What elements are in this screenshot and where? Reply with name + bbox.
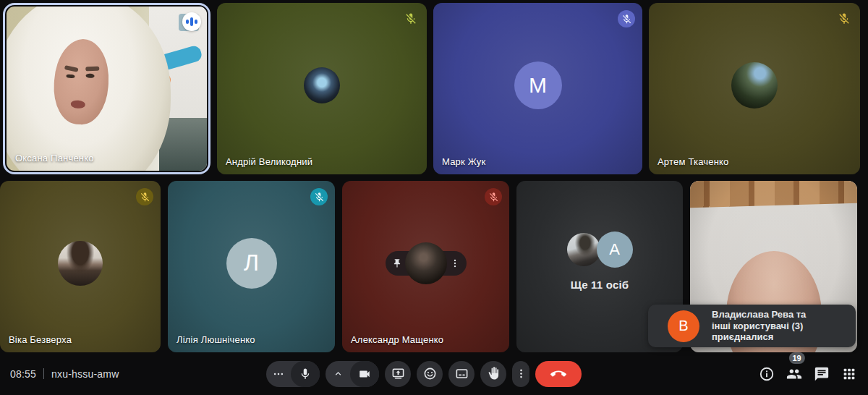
camera-control-group: [326, 361, 379, 387]
overflow-avatars: А: [567, 232, 633, 268]
participants-count-badge: 19: [788, 352, 804, 364]
toast-message: Владислава Рева та інші користувачі (3) …: [712, 309, 826, 343]
hand-icon: [487, 367, 501, 381]
more-options-button[interactable]: [512, 361, 529, 387]
avatar-photo: [304, 67, 340, 103]
raise-hand-button[interactable]: [480, 361, 506, 387]
mic-options-button[interactable]: [266, 361, 291, 387]
decor-shape: [86, 74, 95, 79]
mic-off-icon: [485, 188, 502, 205]
activities-button[interactable]: [840, 365, 858, 383]
present-screen-icon: [391, 367, 405, 381]
vertical-dots-icon: [515, 368, 527, 380]
participant-tile-vika-bezverkha[interactable]: Віка Безверха: [0, 181, 161, 352]
audio-bar: [195, 20, 197, 24]
video-grid-top-row: Оксана Панченко Андрій Великодний М Марк…: [3, 3, 860, 174]
avatar-initial: А: [597, 232, 633, 268]
participant-name: Марк Жук: [442, 156, 485, 167]
decor-shape: [67, 75, 75, 80]
audio-bar: [190, 17, 193, 26]
meeting-info: 08:55 nxu-hssu-amw: [10, 352, 119, 395]
present-button[interactable]: [385, 361, 411, 387]
end-call-button[interactable]: [535, 361, 582, 387]
captions-button[interactable]: [448, 361, 475, 387]
vertical-dots-icon: [450, 258, 460, 268]
info-icon: [759, 366, 775, 382]
emoji-icon: [423, 367, 437, 381]
participant-name: Артем Ткаченко: [658, 156, 729, 167]
divider: [43, 368, 44, 379]
videocam-icon: [358, 368, 371, 381]
horizontal-dots-icon: [272, 368, 285, 381]
meet-window: { "status_bar": { "time": "08:55", "meet…: [0, 0, 868, 395]
call-end-icon: [550, 366, 566, 382]
participant-name: Лілія Люшніченко: [176, 334, 255, 345]
apps-grid-icon: [841, 366, 857, 382]
decor-shape: [65, 65, 80, 72]
camera-options-button[interactable]: [326, 361, 350, 387]
participant-tile-andriy-velykodnyi[interactable]: Андрій Великодний: [217, 3, 427, 174]
reactions-button[interactable]: [417, 361, 443, 387]
chat-icon: [814, 366, 830, 382]
participant-name: Віка Безверха: [9, 334, 72, 345]
avatar-photo: [58, 241, 103, 286]
participant-tile-liliya-lyushnichenko[interactable]: Л Лілія Люшніченко: [168, 181, 335, 352]
participant-tile-aleksandr-maschenko[interactable]: Александр Мащенко: [342, 181, 509, 352]
mic-off-icon: [402, 10, 420, 27]
decor-shape: [86, 67, 101, 72]
control-bar: 08:55 nxu-hssu-amw: [0, 352, 868, 395]
mic-button[interactable]: [291, 361, 320, 387]
audio-level-indicator: [182, 12, 201, 31]
panel-controls: 19: [757, 352, 858, 395]
camera-button[interactable]: [350, 361, 379, 387]
participant-name: Александр Мащенко: [351, 334, 443, 345]
people-button[interactable]: 19: [785, 365, 803, 383]
mic-control-group: [266, 361, 320, 387]
clock-label: 08:55: [10, 368, 36, 380]
meeting-details-button[interactable]: [757, 365, 775, 383]
join-notification-toast: В Владислава Рева та інші користувачі (3…: [648, 305, 856, 347]
meeting-code-label: nxu-hssu-amw: [51, 368, 119, 380]
tile-options-button[interactable]: [450, 258, 460, 268]
mic-off-icon: [835, 10, 853, 27]
participant-tile-mark-zhuk[interactable]: М Марк Жук: [433, 3, 642, 174]
video-feed: Оксана Панченко: [7, 7, 207, 171]
pin-icon: [392, 258, 402, 268]
mic-off-icon: [136, 188, 153, 205]
call-controls: [266, 352, 582, 395]
chat-button[interactable]: [812, 365, 830, 383]
decor-shape: [71, 100, 85, 109]
avatar-photo: [567, 233, 600, 266]
avatar-photo: [405, 242, 447, 284]
participant-name: Оксана Панченко: [15, 153, 94, 163]
participant-tile-artem-tkachenko[interactable]: Артем Ткаченко: [649, 3, 860, 174]
avatar-photo: [731, 62, 778, 109]
avatar-initial: Л: [226, 238, 277, 289]
participant-tile-oksana-panchenko[interactable]: Оксана Панченко: [3, 3, 210, 174]
chevron-up-icon: [333, 368, 344, 379]
mic-icon: [299, 368, 312, 381]
participant-name: Андрій Великодний: [226, 156, 312, 167]
pin-button[interactable]: [392, 258, 402, 268]
people-icon: [786, 366, 802, 382]
captions-icon: [455, 367, 469, 381]
toast-avatar: В: [668, 310, 699, 342]
mic-off-icon: [618, 10, 635, 27]
avatar-initial: М: [514, 61, 562, 109]
wood-wall-shape: [690, 181, 857, 208]
mic-off-icon: [310, 188, 328, 205]
overflow-count-label: Ще 11 осіб: [571, 279, 629, 291]
audio-bar: [186, 20, 189, 24]
